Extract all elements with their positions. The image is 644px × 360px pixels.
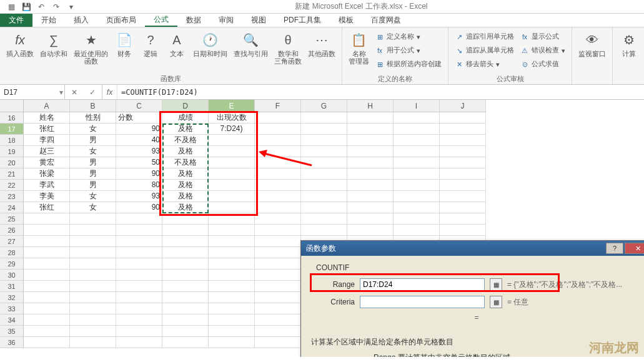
cell-D27[interactable]: [162, 236, 209, 247]
row-header-23[interactable]: 23: [0, 191, 24, 202]
cell-J20[interactable]: [440, 157, 486, 168]
cell-A22[interactable]: 李武: [24, 180, 70, 191]
cell-F17[interactable]: [255, 124, 301, 135]
trace-prec-button[interactable]: ↗追踪引用单元格: [452, 30, 517, 44]
param-criteria-input[interactable]: [360, 296, 485, 308]
cell-E17[interactable]: 7:D24): [209, 124, 255, 135]
cell-D22[interactable]: 及格: [162, 180, 209, 191]
cell-E36[interactable]: [209, 337, 255, 348]
cell-B31[interactable]: [70, 281, 116, 292]
cell-A19[interactable]: 赵三: [24, 146, 70, 157]
formula-bar[interactable]: =COUNTIF(D17:D24): [117, 85, 644, 99]
cell-J16[interactable]: [440, 112, 486, 124]
row-header-22[interactable]: 22: [0, 180, 24, 191]
cell-C31[interactable]: [116, 281, 162, 292]
cell-C28[interactable]: [116, 247, 162, 258]
row-header-18[interactable]: 18: [0, 135, 24, 146]
cell-E29[interactable]: [209, 258, 255, 270]
cell-C35[interactable]: [116, 326, 162, 337]
col-header-E[interactable]: E: [209, 100, 255, 112]
row-header-26[interactable]: 26: [0, 225, 24, 236]
row-header-19[interactable]: 19: [0, 146, 24, 157]
range-ref-button[interactable]: ▦: [490, 278, 502, 291]
autosum-button[interactable]: ∑自动求和: [37, 29, 70, 59]
cell-F32[interactable]: [255, 292, 301, 303]
cell-E32[interactable]: [209, 292, 255, 303]
redo-icon[interactable]: ↷: [49, 1, 64, 13]
undo-icon[interactable]: ↶: [34, 1, 49, 13]
row-header-20[interactable]: 20: [0, 157, 24, 168]
cell-J23[interactable]: [440, 191, 486, 202]
col-header-A[interactable]: A: [24, 100, 70, 112]
tab-baidu[interactable]: 百度网盘: [362, 14, 410, 27]
cell-D28[interactable]: [162, 247, 209, 258]
cell-D25[interactable]: [162, 213, 209, 225]
cell-D24[interactable]: 及格: [162, 202, 209, 213]
cell-I20[interactable]: [394, 157, 440, 168]
cell-J22[interactable]: [440, 180, 486, 191]
col-header-I[interactable]: I: [394, 100, 440, 112]
cell-A36[interactable]: [24, 337, 70, 348]
cell-F35[interactable]: [255, 326, 301, 337]
cell-C32[interactable]: [116, 292, 162, 303]
tab-insert[interactable]: 插入: [65, 14, 97, 27]
row-header-32[interactable]: 32: [0, 292, 24, 303]
cell-A16[interactable]: 姓名: [24, 112, 70, 124]
fx-icon[interactable]: fx: [102, 85, 117, 99]
cell-G20[interactable]: [301, 157, 347, 168]
cell-E22[interactable]: [209, 180, 255, 191]
cell-J25[interactable]: [440, 213, 486, 225]
cell-E20[interactable]: [209, 157, 255, 168]
cell-E35[interactable]: [209, 326, 255, 337]
cell-D31[interactable]: [162, 281, 209, 292]
row-header-36[interactable]: 36: [0, 337, 24, 348]
cell-B33[interactable]: [70, 303, 116, 314]
tab-review[interactable]: 审阅: [210, 14, 242, 27]
cell-F19[interactable]: [255, 146, 301, 157]
cell-C30[interactable]: [116, 270, 162, 281]
cell-H24[interactable]: [347, 202, 394, 213]
cell-D20[interactable]: 不及格: [162, 157, 209, 168]
tab-view[interactable]: 视图: [242, 14, 275, 27]
cell-E18[interactable]: [209, 135, 255, 146]
cell-G18[interactable]: [301, 135, 347, 146]
cell-J26[interactable]: [440, 225, 486, 236]
logic-button[interactable]: ?逻辑: [138, 29, 163, 59]
row-header-24[interactable]: 24: [0, 202, 24, 213]
cell-A34[interactable]: [24, 314, 70, 326]
cell-G26[interactable]: [301, 225, 347, 236]
name-manager-button[interactable]: 📋名称 管理器: [346, 29, 372, 66]
cell-G25[interactable]: [301, 213, 347, 225]
cell-J21[interactable]: [440, 168, 486, 180]
param-range-input[interactable]: [360, 278, 485, 291]
cell-F23[interactable]: [255, 191, 301, 202]
error-check-button[interactable]: ⚠错误检查 ▾: [518, 44, 568, 57]
cell-C22[interactable]: 80: [116, 180, 162, 191]
cell-C19[interactable]: 93: [116, 146, 162, 157]
trace-dep-button[interactable]: ↘追踪从属单元格: [452, 44, 517, 57]
cell-F25[interactable]: [255, 213, 301, 225]
cell-E31[interactable]: [209, 281, 255, 292]
cell-E25[interactable]: [209, 213, 255, 225]
col-header-D[interactable]: D: [162, 100, 209, 112]
row-header-28[interactable]: 28: [0, 247, 24, 258]
cell-H17[interactable]: [347, 124, 394, 135]
cell-G19[interactable]: [301, 146, 347, 157]
create-from-sel-button[interactable]: ⊞根据所选内容创建: [373, 57, 444, 71]
cell-B29[interactable]: [70, 258, 116, 270]
text-button[interactable]: A文本: [164, 29, 189, 59]
cell-C34[interactable]: [116, 314, 162, 326]
cell-F16[interactable]: [255, 112, 301, 124]
cell-B16[interactable]: 性别: [70, 112, 116, 124]
cell-C27[interactable]: [116, 236, 162, 247]
row-header-29[interactable]: 29: [0, 258, 24, 270]
cell-G24[interactable]: [301, 202, 347, 213]
cell-B22[interactable]: 男: [70, 180, 116, 191]
cell-A29[interactable]: [24, 258, 70, 270]
cell-B24[interactable]: 女: [70, 202, 116, 213]
dialog-help-button[interactable]: ?: [606, 243, 623, 254]
cell-D19[interactable]: 及格: [162, 146, 209, 157]
cell-F20[interactable]: [255, 157, 301, 168]
cell-G23[interactable]: [301, 191, 347, 202]
cell-F26[interactable]: [255, 225, 301, 236]
